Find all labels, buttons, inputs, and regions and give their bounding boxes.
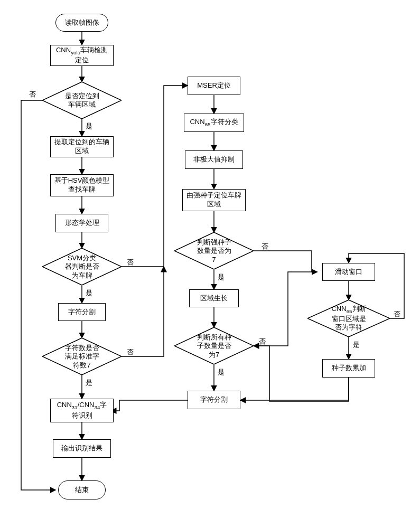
label: 字符分割	[200, 395, 228, 404]
label: 基于HSV颜色模型查找车牌	[54, 176, 110, 194]
node-d1: 是否定位到车辆区域	[42, 82, 122, 119]
node-start: 读取帧图像	[55, 14, 108, 32]
node-d5: 判断所有种子数量是否为7	[174, 327, 254, 364]
label: 形态学处理	[65, 219, 99, 228]
label: 输出识别结果	[61, 444, 102, 453]
node-yolo: CNNyolo车辆检测定位	[50, 45, 114, 66]
lbl-d4-no: 否	[262, 242, 268, 251]
node-hsv: 基于HSV颜色模型查找车牌	[50, 174, 114, 196]
label: 读取帧图像	[65, 18, 99, 27]
node-d2: SVM分类器判断是否为车牌	[42, 248, 122, 285]
lbl-d2-yes: 是	[86, 288, 92, 298]
lbl-d4-yes: 是	[218, 272, 225, 282]
label: 非极大值抑制	[193, 155, 235, 164]
node-mser: MSER定位	[188, 77, 240, 95]
lbl-d6-yes: 是	[353, 340, 360, 350]
node-end: 结束	[58, 480, 106, 499]
node-seedadd: 种子数累加	[322, 359, 375, 378]
node-extract: 提取定位到的车辆区域	[50, 136, 114, 157]
label: CNN65字符分类	[190, 118, 238, 128]
label: 提取定位到的车辆区域	[54, 138, 110, 156]
lbl-d5-yes: 是	[218, 367, 225, 377]
label: 字符分割	[68, 308, 96, 317]
lbl-d6-no: 否	[394, 309, 400, 319]
node-seg1: 字符分割	[58, 303, 106, 321]
node-d4: 判断强种子数量是否为7	[174, 232, 254, 269]
node-d3: 字符数是否满足标准字符数7	[42, 338, 122, 375]
node-recog: CNN31/CNN34字符识别	[50, 399, 114, 422]
node-grow: 区域生长	[189, 289, 239, 307]
node-nms: 非极大值抑制	[185, 150, 243, 169]
node-morph: 形态学处理	[55, 214, 108, 232]
label: 滑动窗口	[335, 268, 362, 277]
label: CNNyolo车辆检测定位	[54, 46, 110, 65]
label: CNN31/CNN34字符识别	[54, 401, 110, 420]
node-cnn65a: CNN65字符分类	[184, 114, 244, 132]
lbl-d3-no: 否	[127, 347, 134, 357]
lbl-d2-no: 否	[127, 258, 134, 267]
label: 由强种子定位车牌区域	[186, 191, 242, 209]
node-seedloc: 由强种子定位车牌区域	[182, 189, 246, 211]
label: 区域生长	[200, 294, 228, 303]
label: 结束	[75, 486, 89, 495]
label: 种子数累加	[332, 364, 366, 373]
lbl-d3-yes: 是	[86, 378, 92, 388]
node-d6: CNN65判断窗口区域是否为字符	[307, 300, 390, 337]
node-slide: 滑动窗口	[322, 263, 375, 281]
node-seg2: 字符分割	[188, 391, 240, 409]
lbl-d1-no: 否	[29, 90, 36, 99]
label: MSER定位	[197, 81, 231, 90]
node-output: 输出识别结果	[53, 439, 111, 458]
lbl-d5-no: 否	[259, 337, 266, 346]
lbl-d1-yes: 是	[86, 121, 92, 131]
